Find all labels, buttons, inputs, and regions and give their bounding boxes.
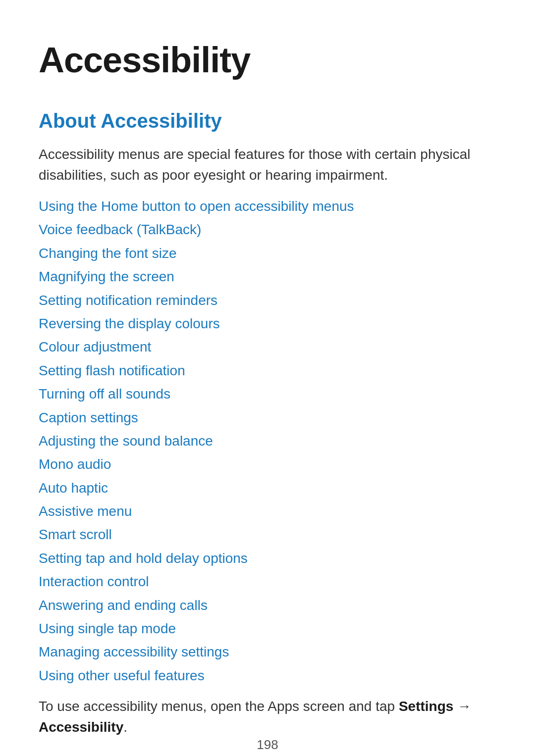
link-smart-scroll[interactable]: Smart scroll — [39, 527, 112, 542]
list-item: Changing the font size — [39, 243, 495, 264]
link-turning-off-sounds[interactable]: Turning off all sounds — [39, 386, 170, 402]
list-item: Colour adjustment — [39, 336, 495, 357]
link-reversing-display[interactable]: Reversing the display colours — [39, 316, 220, 331]
footer-text-before: To use accessibility menus, open the App… — [39, 699, 399, 714]
page-title: Accessibility — [39, 40, 495, 80]
list-item: Setting flash notification — [39, 360, 495, 381]
list-item: Answering and ending calls — [39, 595, 495, 616]
list-item: Managing accessibility settings — [39, 641, 495, 662]
link-caption-settings[interactable]: Caption settings — [39, 410, 138, 425]
page-container: Accessibility About Accessibility Access… — [0, 0, 535, 756]
list-item: Mono audio — [39, 454, 495, 475]
list-item: Smart scroll — [39, 524, 495, 545]
link-auto-haptic[interactable]: Auto haptic — [39, 480, 108, 496]
links-list: Using the Home button to open accessibil… — [39, 196, 495, 686]
link-font-size[interactable]: Changing the font size — [39, 246, 177, 261]
link-tap-hold-delay[interactable]: Setting tap and hold delay options — [39, 551, 248, 566]
link-home-button[interactable]: Using the Home button to open accessibil… — [39, 199, 354, 214]
link-answering-calls[interactable]: Answering and ending calls — [39, 598, 208, 613]
page-number: 198 — [257, 737, 278, 753]
section-title: About Accessibility — [39, 110, 495, 132]
list-item: Interaction control — [39, 571, 495, 592]
footer-arrow: → — [453, 699, 471, 714]
link-assistive-menu[interactable]: Assistive menu — [39, 504, 132, 519]
list-item: Voice feedback (TalkBack) — [39, 219, 495, 240]
footer-text-after: . — [123, 719, 127, 735]
link-single-tap-mode[interactable]: Using single tap mode — [39, 621, 176, 636]
list-item: Using the Home button to open accessibil… — [39, 196, 495, 217]
link-mono-audio[interactable]: Mono audio — [39, 456, 111, 472]
list-item: Adjusting the sound balance — [39, 430, 495, 452]
list-item: Turning off all sounds — [39, 383, 495, 404]
link-magnifying-screen[interactable]: Magnifying the screen — [39, 269, 174, 284]
link-managing-accessibility[interactable]: Managing accessibility settings — [39, 644, 229, 659]
list-item: Setting tap and hold delay options — [39, 548, 495, 569]
footer-bold-accessibility: Accessibility — [39, 719, 123, 735]
footer-text: To use accessibility menus, open the App… — [39, 696, 495, 738]
list-item: Auto haptic — [39, 477, 495, 499]
footer-bold-settings: Settings — [399, 699, 453, 714]
list-item: Using single tap mode — [39, 618, 495, 639]
list-item: Magnifying the screen — [39, 266, 495, 287]
link-sound-balance[interactable]: Adjusting the sound balance — [39, 433, 213, 449]
description-text: Accessibility menus are special features… — [39, 144, 494, 186]
link-notification-reminders[interactable]: Setting notification reminders — [39, 293, 217, 308]
list-item: Setting notification reminders — [39, 290, 495, 311]
link-useful-features[interactable]: Using other useful features — [39, 668, 205, 683]
list-item: Reversing the display colours — [39, 313, 495, 334]
link-flash-notification[interactable]: Setting flash notification — [39, 363, 185, 378]
link-interaction-control[interactable]: Interaction control — [39, 574, 149, 589]
list-item: Assistive menu — [39, 501, 495, 522]
link-colour-adjustment[interactable]: Colour adjustment — [39, 339, 151, 354]
link-voice-feedback[interactable]: Voice feedback (TalkBack) — [39, 222, 201, 237]
list-item: Caption settings — [39, 407, 495, 428]
list-item: Using other useful features — [39, 665, 495, 686]
